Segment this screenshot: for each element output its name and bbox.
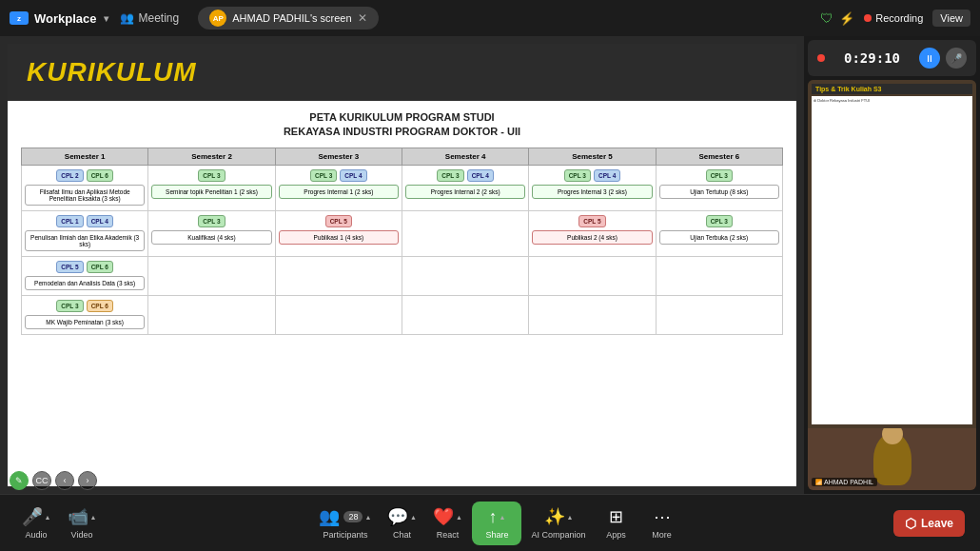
leave-button[interactable]: ⬡ Leave bbox=[893, 510, 965, 537]
cpl-tag: CPL 5 bbox=[578, 215, 605, 227]
participants-caret-icon: ▲ bbox=[364, 514, 371, 521]
chat-button[interactable]: 💬 ▲ Chat bbox=[381, 502, 422, 543]
participants-button[interactable]: 👥 28 ▲ Participants bbox=[313, 502, 377, 543]
person-name-badge: 📶 AHMAD PADHIL bbox=[812, 478, 877, 486]
slide-edit-btn[interactable]: ✎ bbox=[10, 471, 29, 486]
person-video-area: 📶 AHMAD PADHIL bbox=[808, 428, 976, 490]
timer-pause-btn[interactable]: ⏸ bbox=[919, 48, 940, 69]
share-icon: ↑ bbox=[488, 507, 497, 527]
workplace-chevron-icon: ▾ bbox=[104, 13, 108, 24]
slide-body: PETA KURIKULUM PROGRAM STUDI REKAYASA IN… bbox=[8, 101, 796, 486]
timer-controls: ⏸ 🎤 bbox=[919, 48, 967, 69]
chat-icon: 💬 bbox=[387, 506, 408, 527]
chat-caret-icon: ▲ bbox=[410, 514, 417, 521]
recording-active-dot bbox=[817, 54, 825, 62]
ai-icon: ✨ bbox=[544, 506, 565, 527]
cpl-tag: CPL 4 bbox=[340, 169, 366, 182]
top-bar-right: 🛡 ⚡ Recording View bbox=[820, 10, 970, 27]
course-box: Ujian Tertutup (8 sks) bbox=[659, 185, 779, 199]
audio-caret-icon: ▲ bbox=[45, 514, 51, 521]
sem4-cell3 bbox=[402, 256, 528, 295]
sem3-cell4 bbox=[275, 295, 402, 334]
microphone-icon: 🎤 bbox=[22, 506, 43, 527]
cpl-tag: CPL 3 bbox=[198, 169, 225, 182]
sem3-header: Semester 3 bbox=[275, 148, 402, 165]
audio-label: Audio bbox=[25, 530, 47, 540]
sem3-cell3 bbox=[275, 256, 402, 295]
security-icons: 🛡 ⚡ bbox=[820, 10, 854, 26]
share-label: Share bbox=[485, 530, 508, 540]
cpl-tag: CPL 6 bbox=[87, 169, 113, 182]
course-box: MK Wajib Peminatan (3 sks) bbox=[25, 315, 145, 329]
apps-button[interactable]: ⊞ Apps bbox=[596, 502, 637, 543]
cpl-tag: CPL 6 bbox=[87, 261, 113, 273]
cpl-tag: CPL 3 bbox=[437, 169, 463, 182]
ai-caret-icon: ▲ bbox=[567, 514, 574, 521]
table-row-1: CPL 2 CPL 6 Filsafat Ilmu dan Aplikasi M… bbox=[22, 165, 783, 210]
leave-label: Leave bbox=[921, 517, 953, 530]
screen-share-pill[interactable]: AP AHMAD PADHIL's screen ✕ bbox=[198, 7, 378, 30]
cpl-tag: CPL 6 bbox=[87, 300, 113, 312]
view-button[interactable]: View bbox=[932, 10, 970, 27]
audio-video-group: 🎤 ▲ Audio 📹 ▲ Video bbox=[15, 502, 103, 543]
course-box: Ujian Terbuka (2 sks) bbox=[659, 230, 779, 245]
sem2-header: Semester 2 bbox=[148, 148, 275, 165]
mini-slide-body: di Doktor Rekayasa Industri FTUI bbox=[812, 96, 972, 424]
recording-badge: Recording bbox=[864, 12, 923, 24]
participants-count-badge: 28 bbox=[343, 511, 363, 522]
cpl-tag: CPL 3 bbox=[706, 169, 733, 182]
signal-icon: 📶 bbox=[815, 479, 822, 485]
sem3-cell2: CPL 5 Publikasi 1 (4 sks) bbox=[275, 210, 402, 256]
slide-cc-btn[interactable]: CC bbox=[32, 471, 51, 486]
course-box: Progres Internal 1 (2 sks) bbox=[279, 185, 399, 199]
course-box: Progres Internal 2 (2 sks) bbox=[405, 185, 525, 199]
close-icon[interactable]: ✕ bbox=[358, 11, 367, 25]
sem2-cell1: CPL 3 Seminar topik Penelitian 1 (2 sks) bbox=[148, 165, 275, 210]
course-box: Penulisan Ilmiah dan Etika Akademik (3 s… bbox=[25, 230, 145, 251]
sem2-cell3 bbox=[148, 256, 275, 295]
video-button[interactable]: 📹 ▲ Video bbox=[61, 502, 103, 543]
table-row-4: CPL 3 CPL 6 MK Wajib Peminatan (3 sks) bbox=[22, 295, 783, 334]
slide-back-btn[interactable]: ‹ bbox=[55, 471, 74, 486]
workplace-label: Workplace bbox=[34, 11, 97, 26]
react-button[interactable]: ❤️ ▲ React bbox=[426, 502, 468, 543]
sem6-cell1: CPL 3 Ujian Tertutup (8 sks) bbox=[656, 165, 782, 210]
zoom-logo: z Workplace ▾ bbox=[10, 11, 108, 26]
screen-share-avatar: AP bbox=[209, 10, 226, 27]
more-label: More bbox=[652, 530, 672, 540]
curriculum-table: Semester 1 Semester 2 Semester 3 Semeste… bbox=[21, 148, 783, 335]
slide-title: KURIKULUM bbox=[27, 57, 777, 88]
zoom-icon: z bbox=[10, 11, 29, 25]
people-icon: 👥 bbox=[120, 11, 134, 25]
cpl-tag: CPL 4 bbox=[87, 215, 113, 227]
sem3-cell1: CPL 3 CPL 4 Progres Internal 1 (2 sks) bbox=[275, 165, 402, 210]
security-icon2: ⚡ bbox=[839, 11, 854, 26]
video-label: Video bbox=[71, 530, 93, 540]
course-box: Filsafat Ilmu dan Aplikasi Metode Peneli… bbox=[25, 185, 145, 206]
presentation-area: KURIKULUM PETA KURIKULUM PROGRAM STUDI R… bbox=[0, 36, 804, 494]
video-thumbnail: Tips & Trik Kuliah S3 di Doktor Rekayasa… bbox=[808, 80, 976, 490]
sem5-cell4 bbox=[529, 295, 656, 334]
leave-icon: ⬡ bbox=[905, 516, 916, 531]
timer-mic-btn[interactable]: 🎤 bbox=[946, 48, 967, 69]
sem5-cell3 bbox=[529, 256, 656, 295]
top-bar: z Workplace ▾ 👥 Meeting AP AHMAD PADHIL'… bbox=[0, 0, 980, 36]
course-box: Progres Internal 3 (2 sks) bbox=[532, 185, 652, 199]
audio-button[interactable]: 🎤 ▲ Audio bbox=[15, 502, 57, 543]
share-button[interactable]: ↑ ▲ Share bbox=[472, 502, 521, 545]
video-thumbnail-content: Tips & Trik Kuliah S3 di Doktor Rekayasa… bbox=[808, 80, 976, 490]
cpl-tag: CPL 3 bbox=[706, 215, 733, 227]
curriculum-title: PETA KURIKULUM PROGRAM STUDI REKAYASA IN… bbox=[284, 110, 520, 140]
sem2-cell4 bbox=[148, 295, 275, 334]
mini-slide-header: Tips & Trik Kuliah S3 bbox=[812, 84, 972, 94]
ai-companion-button[interactable]: ✨ ▲ AI Companion bbox=[525, 502, 591, 543]
course-box: Pemodelan dan Analisis Data (3 sks) bbox=[25, 276, 145, 290]
slide-forward-btn[interactable]: › bbox=[78, 471, 97, 486]
more-button[interactable]: ⋯ More bbox=[641, 502, 683, 543]
curriculum-title-line2: REKAYASA INDUSTRI PROGRAM DOKTOR - UII bbox=[284, 125, 520, 139]
course-box: Kualifikasi (4 sks) bbox=[151, 230, 271, 245]
sem1-header: Semester 1 bbox=[22, 148, 148, 165]
ai-companion-label: AI Companion bbox=[531, 530, 585, 540]
video-caret-icon: ▲ bbox=[90, 514, 97, 521]
person-head bbox=[882, 428, 903, 444]
